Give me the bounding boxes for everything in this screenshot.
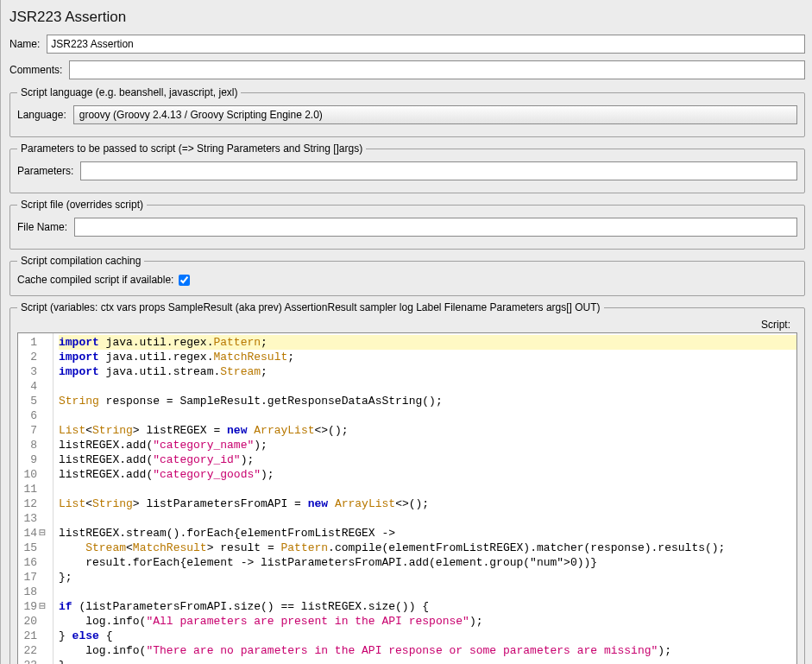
- language-legend: Script language (e.g. beanshell, javascr…: [17, 86, 241, 98]
- parameters-field[interactable]: [80, 161, 797, 180]
- language-value: groovy (Groovy 2.4.13 / Groovy Scripting…: [79, 109, 323, 121]
- cache-label: Cache compiled script if available:: [17, 274, 173, 286]
- filename-label: File Name:: [17, 221, 67, 233]
- script-editor[interactable]: 1234567891011121314⊟1516171819⊟202122232…: [17, 332, 797, 664]
- code-area[interactable]: import java.util.regex.Pattern; import j…: [54, 333, 796, 664]
- scriptfile-legend: Script file (overrides script): [17, 199, 147, 211]
- comments-field[interactable]: [69, 60, 805, 79]
- parameters-fieldset: Parameters to be passed to script (=> St…: [9, 142, 805, 193]
- name-label: Name:: [9, 38, 40, 50]
- language-combo[interactable]: groovy (Groovy 2.4.13 / Groovy Scripting…: [73, 105, 797, 124]
- line-gutter: 1234567891011121314⊟1516171819⊟202122232…: [18, 333, 54, 664]
- script-label: Script:: [761, 319, 790, 331]
- name-field[interactable]: [47, 35, 805, 54]
- panel-title: JSR223 Assertion: [9, 9, 805, 26]
- script-legend: Script (variables: ctx vars props Sample…: [17, 301, 604, 313]
- filename-field[interactable]: [74, 218, 797, 237]
- cache-checkbox[interactable]: [179, 275, 190, 286]
- script-fieldset: Script (variables: ctx vars props Sample…: [9, 301, 805, 664]
- cache-fieldset: Script compilation caching Cache compile…: [9, 255, 805, 296]
- comments-label: Comments:: [9, 64, 62, 76]
- comments-row: Comments:: [9, 60, 805, 79]
- language-label: Language:: [17, 109, 66, 121]
- assertion-panel: JSR223 Assertion Name: Comments: Script …: [0, 0, 812, 664]
- cache-legend: Script compilation caching: [17, 255, 144, 267]
- scriptfile-fieldset: Script file (overrides script) File Name…: [9, 199, 805, 250]
- name-row: Name:: [9, 35, 805, 54]
- language-fieldset: Script language (e.g. beanshell, javascr…: [9, 86, 805, 137]
- parameters-label: Parameters:: [17, 165, 73, 177]
- parameters-legend: Parameters to be passed to script (=> St…: [17, 142, 366, 155]
